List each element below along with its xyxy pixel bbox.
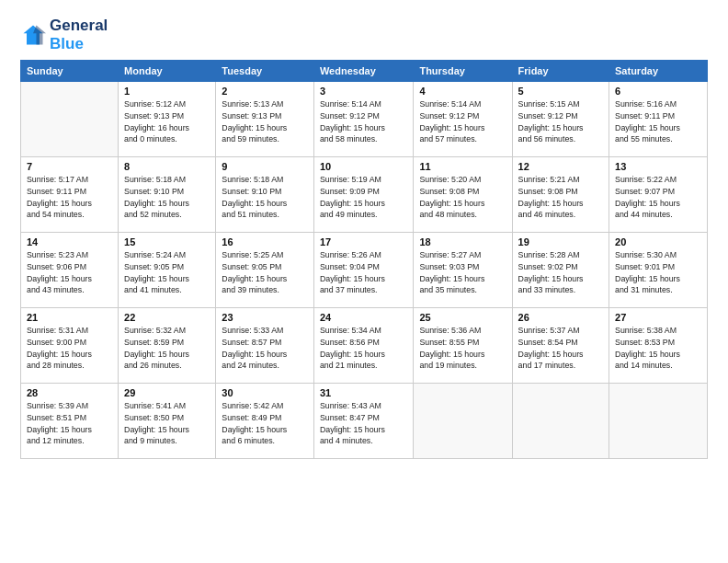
day-cell	[609, 384, 708, 459]
day-cell: 4Sunrise: 5:14 AMSunset: 9:12 PMDaylight…	[414, 82, 512, 157]
day-number: 7	[27, 161, 112, 172]
day-number: 23	[222, 312, 308, 323]
day-number: 5	[518, 86, 603, 97]
day-info: Sunrise: 5:21 AMSunset: 9:08 PMDaylight:…	[518, 174, 603, 221]
day-number: 24	[320, 312, 408, 323]
day-cell: 6Sunrise: 5:16 AMSunset: 9:11 PMDaylight…	[609, 82, 708, 157]
week-row-4: 21Sunrise: 5:31 AMSunset: 9:00 PMDayligh…	[21, 308, 708, 384]
day-cell: 1Sunrise: 5:12 AMSunset: 9:13 PMDaylight…	[119, 82, 216, 157]
day-cell: 8Sunrise: 5:18 AMSunset: 9:10 PMDaylight…	[119, 157, 216, 233]
col-header-friday: Friday	[512, 61, 609, 82]
day-info: Sunrise: 5:15 AMSunset: 9:12 PMDaylight:…	[518, 98, 603, 145]
day-cell: 19Sunrise: 5:28 AMSunset: 9:02 PMDayligh…	[512, 233, 609, 308]
day-info: Sunrise: 5:32 AMSunset: 8:59 PMDaylight:…	[124, 325, 210, 372]
day-number: 9	[222, 161, 308, 172]
day-number: 6	[615, 86, 701, 97]
day-number: 30	[222, 387, 308, 398]
day-cell: 7Sunrise: 5:17 AMSunset: 9:11 PMDaylight…	[21, 157, 119, 233]
day-info: Sunrise: 5:37 AMSunset: 8:54 PMDaylight:…	[518, 325, 603, 372]
day-number: 15	[124, 236, 210, 247]
day-info: Sunrise: 5:16 AMSunset: 9:11 PMDaylight:…	[615, 98, 701, 145]
day-cell: 14Sunrise: 5:23 AMSunset: 9:06 PMDayligh…	[21, 233, 119, 308]
day-cell: 26Sunrise: 5:37 AMSunset: 8:54 PMDayligh…	[512, 308, 609, 384]
day-info: Sunrise: 5:13 AMSunset: 9:13 PMDaylight:…	[222, 98, 308, 145]
day-cell	[21, 82, 119, 157]
logo-icon	[20, 22, 46, 48]
header-row: SundayMondayTuesdayWednesdayThursdayFrid…	[21, 61, 708, 82]
day-cell: 3Sunrise: 5:14 AMSunset: 9:12 PMDaylight…	[313, 82, 414, 157]
day-number: 25	[419, 312, 506, 323]
day-info: Sunrise: 5:12 AMSunset: 9:13 PMDaylight:…	[124, 98, 210, 145]
day-info: Sunrise: 5:17 AMSunset: 9:11 PMDaylight:…	[27, 174, 112, 221]
day-number: 17	[320, 236, 408, 247]
day-info: Sunrise: 5:42 AMSunset: 8:49 PMDaylight:…	[222, 400, 308, 447]
header: General Blue	[20, 17, 708, 52]
logo-text: General Blue	[50, 17, 108, 52]
day-number: 22	[124, 312, 210, 323]
day-number: 13	[615, 161, 701, 172]
day-number: 12	[518, 161, 603, 172]
day-cell: 25Sunrise: 5:36 AMSunset: 8:55 PMDayligh…	[414, 308, 512, 384]
day-number: 18	[419, 236, 506, 247]
day-cell: 11Sunrise: 5:20 AMSunset: 9:08 PMDayligh…	[414, 157, 512, 233]
day-cell: 15Sunrise: 5:24 AMSunset: 9:05 PMDayligh…	[119, 233, 216, 308]
day-info: Sunrise: 5:41 AMSunset: 8:50 PMDaylight:…	[124, 400, 210, 447]
day-info: Sunrise: 5:31 AMSunset: 9:00 PMDaylight:…	[27, 325, 112, 372]
day-cell	[414, 384, 512, 459]
day-info: Sunrise: 5:23 AMSunset: 9:06 PMDaylight:…	[27, 249, 112, 296]
day-info: Sunrise: 5:20 AMSunset: 9:08 PMDaylight:…	[419, 174, 506, 221]
calendar-table: SundayMondayTuesdayWednesdayThursdayFrid…	[20, 60, 708, 459]
calendar-page: General Blue SundayMondayTuesdayWednesda…	[0, 0, 728, 563]
day-number: 27	[615, 312, 701, 323]
day-number: 10	[320, 161, 408, 172]
day-info: Sunrise: 5:27 AMSunset: 9:03 PMDaylight:…	[419, 249, 506, 296]
day-cell: 22Sunrise: 5:32 AMSunset: 8:59 PMDayligh…	[119, 308, 216, 384]
day-info: Sunrise: 5:28 AMSunset: 9:02 PMDaylight:…	[518, 249, 603, 296]
day-cell: 20Sunrise: 5:30 AMSunset: 9:01 PMDayligh…	[609, 233, 708, 308]
day-number: 16	[222, 236, 308, 247]
day-number: 20	[615, 236, 701, 247]
col-header-monday: Monday	[119, 61, 216, 82]
day-info: Sunrise: 5:18 AMSunset: 9:10 PMDaylight:…	[222, 174, 308, 221]
day-info: Sunrise: 5:18 AMSunset: 9:10 PMDaylight:…	[124, 174, 210, 221]
day-info: Sunrise: 5:33 AMSunset: 8:57 PMDaylight:…	[222, 325, 308, 372]
day-cell: 2Sunrise: 5:13 AMSunset: 9:13 PMDaylight…	[216, 82, 314, 157]
day-cell: 12Sunrise: 5:21 AMSunset: 9:08 PMDayligh…	[512, 157, 609, 233]
logo: General Blue	[20, 17, 108, 52]
day-cell: 18Sunrise: 5:27 AMSunset: 9:03 PMDayligh…	[414, 233, 512, 308]
day-cell: 28Sunrise: 5:39 AMSunset: 8:51 PMDayligh…	[21, 384, 119, 459]
col-header-tuesday: Tuesday	[216, 61, 314, 82]
day-info: Sunrise: 5:26 AMSunset: 9:04 PMDaylight:…	[320, 249, 408, 296]
week-row-2: 7Sunrise: 5:17 AMSunset: 9:11 PMDaylight…	[21, 157, 708, 233]
col-header-sunday: Sunday	[21, 61, 119, 82]
col-header-saturday: Saturday	[609, 61, 708, 82]
day-cell: 21Sunrise: 5:31 AMSunset: 9:00 PMDayligh…	[21, 308, 119, 384]
day-info: Sunrise: 5:34 AMSunset: 8:56 PMDaylight:…	[320, 325, 408, 372]
day-cell: 13Sunrise: 5:22 AMSunset: 9:07 PMDayligh…	[609, 157, 708, 233]
day-info: Sunrise: 5:14 AMSunset: 9:12 PMDaylight:…	[419, 98, 506, 145]
day-number: 3	[320, 86, 408, 97]
day-number: 8	[124, 161, 210, 172]
day-number: 1	[124, 86, 210, 97]
day-number: 29	[124, 387, 210, 398]
day-number: 14	[27, 236, 112, 247]
day-cell: 29Sunrise: 5:41 AMSunset: 8:50 PMDayligh…	[119, 384, 216, 459]
day-number: 21	[27, 312, 112, 323]
day-cell: 17Sunrise: 5:26 AMSunset: 9:04 PMDayligh…	[313, 233, 414, 308]
day-info: Sunrise: 5:43 AMSunset: 8:47 PMDaylight:…	[320, 400, 408, 447]
day-number: 28	[27, 387, 112, 398]
col-header-wednesday: Wednesday	[313, 61, 414, 82]
day-cell: 23Sunrise: 5:33 AMSunset: 8:57 PMDayligh…	[216, 308, 314, 384]
day-cell: 10Sunrise: 5:19 AMSunset: 9:09 PMDayligh…	[313, 157, 414, 233]
day-info: Sunrise: 5:25 AMSunset: 9:05 PMDaylight:…	[222, 249, 308, 296]
day-info: Sunrise: 5:19 AMSunset: 9:09 PMDaylight:…	[320, 174, 408, 221]
day-info: Sunrise: 5:14 AMSunset: 9:12 PMDaylight:…	[320, 98, 408, 145]
day-cell: 27Sunrise: 5:38 AMSunset: 8:53 PMDayligh…	[609, 308, 708, 384]
day-number: 31	[320, 387, 408, 398]
day-info: Sunrise: 5:39 AMSunset: 8:51 PMDaylight:…	[27, 400, 112, 447]
day-cell: 16Sunrise: 5:25 AMSunset: 9:05 PMDayligh…	[216, 233, 314, 308]
day-cell: 31Sunrise: 5:43 AMSunset: 8:47 PMDayligh…	[313, 384, 414, 459]
day-info: Sunrise: 5:38 AMSunset: 8:53 PMDaylight:…	[615, 325, 701, 372]
week-row-3: 14Sunrise: 5:23 AMSunset: 9:06 PMDayligh…	[21, 233, 708, 308]
day-number: 19	[518, 236, 603, 247]
